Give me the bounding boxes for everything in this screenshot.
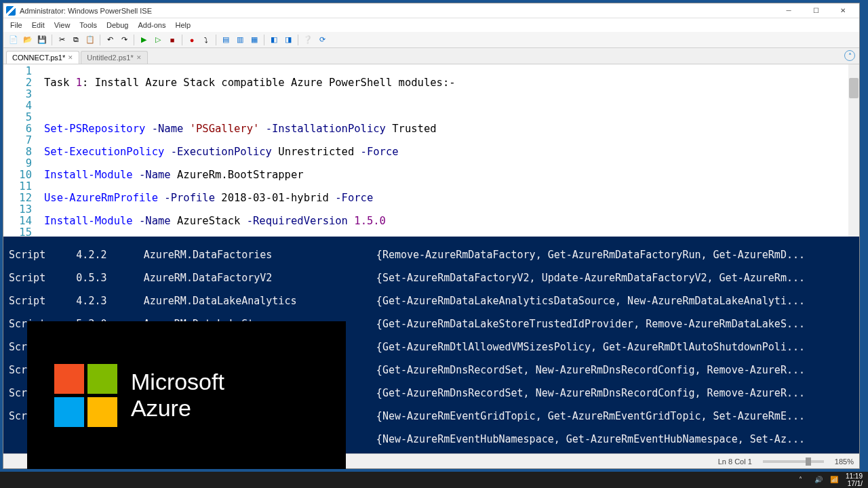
- redo-icon[interactable]: ↷: [118, 34, 130, 46]
- script-editor[interactable]: 123456789101112131415 Task 1: Install Az…: [3, 64, 859, 237]
- menu-addons[interactable]: Add-ons: [134, 20, 170, 30]
- refresh-icon[interactable]: ⟳: [316, 34, 328, 46]
- menu-view[interactable]: View: [50, 20, 75, 30]
- stop-icon[interactable]: ■: [166, 34, 178, 46]
- window-title: Administrator: Windows PowerShell ISE: [20, 7, 152, 15]
- tab-connect[interactable]: CONNECT.ps1* ✕: [6, 51, 79, 64]
- zoom-level: 185%: [835, 458, 854, 466]
- close-icon[interactable]: ✕: [136, 54, 142, 61]
- collapse-icon[interactable]: ˄: [844, 50, 855, 61]
- maximize-button[interactable]: ☐: [802, 4, 829, 18]
- toolbar: 📄 📂 💾 ✂ ⧉ 📋 ↶ ↷ ▶ ▷ ■ ● ⤵ ▤ ▥ ▦ ◧ ◨ ❔ ⟳: [3, 32, 859, 48]
- help-icon[interactable]: ❔: [302, 34, 314, 46]
- app-icon: [6, 6, 16, 16]
- brand-text: Microsoft Azure: [131, 369, 224, 422]
- breakpoint-icon[interactable]: ●: [186, 34, 198, 46]
- tab-label: CONNECT.ps1*: [12, 54, 65, 62]
- volume-icon[interactable]: 🔊: [814, 476, 823, 485]
- menu-edit[interactable]: Edit: [28, 20, 49, 30]
- close-icon[interactable]: ✕: [68, 54, 73, 61]
- console-row: Script 0.5.3 AzureRM.DataFactoryV2 {Set-…: [9, 272, 854, 284]
- run-selection-icon[interactable]: ▷: [152, 34, 164, 46]
- menu-tools[interactable]: Tools: [75, 20, 101, 30]
- menu-help[interactable]: Help: [171, 20, 195, 30]
- zoom-slider[interactable]: [763, 460, 824, 463]
- console-row: Script 4.2.2 AzureRM.DataFactories {Remo…: [9, 249, 854, 261]
- branding-overlay: Microsoft Azure: [27, 321, 346, 469]
- cursor-position: Ln 8 Col 1: [718, 458, 752, 466]
- script-pane-icon[interactable]: ◨: [282, 34, 294, 46]
- line-gutter: 123456789101112131415: [3, 64, 41, 237]
- taskbar: ˄ 🔊 📶 11:1917/1/: [0, 472, 868, 488]
- minimize-button[interactable]: ─: [775, 4, 802, 18]
- copy-icon[interactable]: ⧉: [70, 34, 82, 46]
- layout3-icon[interactable]: ▦: [248, 34, 260, 46]
- new-icon[interactable]: 📄: [7, 34, 20, 46]
- layout2-icon[interactable]: ▥: [234, 34, 246, 46]
- titlebar: Administrator: Windows PowerShell ISE ─ …: [3, 3, 859, 18]
- paste-icon[interactable]: 📋: [84, 34, 96, 46]
- menubar: File Edit View Tools Debug Add-ons Help: [3, 18, 859, 32]
- undo-icon[interactable]: ↶: [104, 34, 116, 46]
- cut-icon[interactable]: ✂: [56, 34, 68, 46]
- clock[interactable]: 11:1917/1/: [846, 472, 863, 487]
- step-icon[interactable]: ⤵: [200, 34, 212, 46]
- menu-debug[interactable]: Debug: [102, 20, 132, 30]
- layout1-icon[interactable]: ▤: [220, 34, 232, 46]
- menu-file[interactable]: File: [6, 20, 26, 30]
- open-icon[interactable]: 📂: [22, 34, 34, 46]
- tray-up-icon[interactable]: ˄: [799, 476, 808, 485]
- close-button[interactable]: ✕: [829, 4, 856, 18]
- commands-icon[interactable]: ◧: [268, 34, 280, 46]
- microsoft-logo-icon: [54, 364, 117, 427]
- network-icon[interactable]: 📶: [830, 476, 839, 485]
- code-area[interactable]: Task 1: Install Azure Stack compatible A…: [41, 64, 859, 237]
- save-icon[interactable]: 💾: [36, 34, 48, 46]
- tab-untitled2[interactable]: Untitled2.ps1* ✕: [81, 51, 148, 64]
- tab-label: Untitled2.ps1*: [87, 54, 134, 62]
- run-icon[interactable]: ▶: [138, 34, 150, 46]
- tab-bar: CONNECT.ps1* ✕ Untitled2.ps1* ✕ ˄: [3, 48, 859, 64]
- editor-scrollbar[interactable]: [848, 64, 859, 237]
- console-row: Script 4.2.3 AzureRM.DataLakeAnalytics {…: [9, 296, 854, 307]
